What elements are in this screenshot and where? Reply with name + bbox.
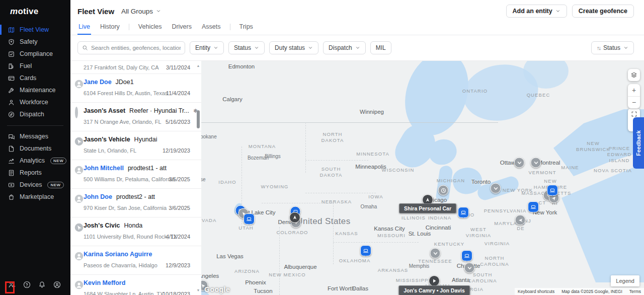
map-marker-dark-circle[interactable] (289, 212, 300, 223)
entity-address: 1101 University Blvd, Round Rock, TX (84, 234, 177, 240)
entity-name[interactable]: John Doe (84, 193, 112, 200)
list-scrollbar[interactable]: ▲ ▼ (196, 62, 201, 294)
map-label-los-angeles: Los Angeles (201, 272, 219, 279)
sidebar-item-dispatch[interactable]: Dispatch (0, 108, 70, 120)
map-marker-blue-pin[interactable] (458, 207, 469, 218)
filter-label: Dispatch (329, 44, 352, 51)
entity-date: 3/6/2025 (169, 205, 190, 211)
scroll-down-icon[interactable]: ▼ (196, 288, 201, 292)
sidebar-item-label: Marketplace (20, 193, 54, 200)
group-selector[interactable]: All Groups (121, 8, 161, 15)
map-marker-gray-circle[interactable] (531, 158, 541, 168)
tab-trips[interactable]: Trips (238, 22, 254, 35)
sidebar-item-reports[interactable]: Reports (0, 167, 70, 179)
map-layers-button[interactable] (628, 69, 640, 81)
vehicle-icon (74, 137, 84, 146)
devices-icon (8, 181, 15, 189)
map-marker-blue-pin[interactable] (547, 185, 558, 196)
sidebar-item-maintenance[interactable]: Maintenance (0, 84, 70, 96)
filter-status-button[interactable]: Status (228, 41, 265, 54)
map-marker-blue-pin[interactable] (528, 201, 539, 212)
sidebar-item-cards[interactable]: Cards (0, 72, 70, 84)
tab-assets[interactable]: Assets (201, 22, 222, 35)
entity-name[interactable]: Josh's Civic (84, 222, 120, 229)
map-label-country: United States (296, 216, 350, 227)
map-marker-gray-circle[interactable] (491, 183, 501, 194)
map-label-nevada: NEVADA (201, 217, 216, 224)
search-box[interactable] (77, 41, 185, 54)
list-item-jane-doe[interactable]: Jane DoeJDoe16104 Forest Hills Dr, Austi… (70, 74, 201, 103)
map-marker-blue-pin[interactable] (360, 245, 371, 256)
scrollbar-thumb[interactable] (197, 110, 200, 128)
list-item-jason-s-vehicle[interactable]: Jason's VehicleHyundaiState Ln, Orlando,… (70, 131, 201, 160)
map-marker-gray-circle[interactable] (514, 158, 525, 168)
sidebar: motive Fleet ViewSafetyComplianceFuelCar… (0, 0, 70, 295)
map-marker-blue-pin[interactable] (461, 250, 472, 261)
entity-subtitle: prodtest1 - att (128, 165, 167, 172)
entity-name[interactable]: Jason's Vehicle (84, 136, 130, 143)
create-geofence-button[interactable]: Create geofence (572, 5, 634, 18)
notifications-icon[interactable] (38, 280, 46, 289)
entity-name[interactable]: Jason's Asset (84, 107, 125, 114)
filter-dispatch-button[interactable]: Dispatch (323, 41, 366, 54)
sidebar-item-analytics[interactable]: AnalyticsNEW (0, 155, 70, 167)
sidebar-item-messages[interactable]: Messages (0, 130, 70, 142)
cards-icon (8, 75, 15, 82)
map-marker-blue-pin[interactable] (244, 213, 255, 225)
sort-button[interactable]: ↑↓ Status (591, 41, 634, 54)
feedback-tab[interactable]: Feedback (633, 117, 644, 169)
map-marker-dark-circle[interactable] (429, 275, 440, 286)
tab-vehicles[interactable]: Vehicles (137, 22, 163, 35)
documents-icon (8, 145, 15, 153)
legend-button[interactable]: Legend (611, 275, 639, 286)
keyboard-shortcuts-link[interactable]: Keyboard shortcuts (518, 289, 554, 294)
terms-link[interactable]: Terms (629, 289, 641, 294)
add-entity-button[interactable]: Add an entity (506, 5, 567, 18)
map-tooltip-label: Jon's Camry • Jon Davis (398, 285, 470, 295)
help-icon[interactable] (23, 280, 31, 289)
sidebar-item-compliance[interactable]: Compliance (0, 48, 70, 60)
sort-label: Status (603, 44, 620, 51)
entity-name[interactable]: Kevin Mefford (84, 279, 125, 286)
account-icon[interactable] (53, 280, 61, 289)
filter-mil-button[interactable]: MIL (370, 41, 391, 54)
sidebar-item-workforce[interactable]: Workforce (0, 96, 70, 108)
admin-settings-icon[interactable] (8, 280, 16, 289)
list-item-kevin-mefford[interactable]: Kevin Mefford1684 W Slaughter Ln, Austin… (70, 275, 201, 295)
map-marker-gray-circle[interactable] (438, 185, 449, 196)
entity-name[interactable]: Karina Soriano Aguirre (84, 251, 152, 258)
list-item-john-mitchell[interactable]: John Mitchellprodtest1 - att500 Williams… (70, 160, 201, 189)
sidebar-item-devices[interactable]: DevicesNEW (0, 179, 70, 191)
zoom-in-button[interactable]: + (628, 84, 640, 97)
entity-name[interactable]: Jane Doe (84, 79, 112, 86)
list-item-partial[interactable]: 217 Frankfort St, Daly City, CA 3/11/202… (70, 61, 201, 74)
map-label-fort-worth: Fort Worth (328, 285, 355, 292)
entity-name[interactable]: John Mitchell (84, 165, 124, 172)
map-label-north-carolina: NORTH CAROLINA (480, 255, 509, 267)
sidebar-item-fuel[interactable]: Fuel (0, 60, 70, 72)
map-label-west-virginia: WEST VIRGINIA (466, 227, 492, 239)
list-item-jason-s-asset[interactable]: Jason's AssetReefer · Hyundai Tr...❄317 … (70, 103, 201, 131)
map-canvas[interactable]: United StatesEdmontonCalgaryWinnipegSpok… (201, 61, 644, 295)
sidebar-item-fleet-view[interactable]: Fleet View (0, 24, 70, 36)
map-marker-gray-circle[interactable] (430, 248, 441, 259)
list-item-john-doe[interactable]: John Doeprodtest2 - att970 Kiser Dr, San… (70, 189, 201, 217)
sidebar-item-marketplace[interactable]: Marketplace (0, 191, 70, 203)
entity-date: 4/11/2024 (166, 234, 190, 240)
sidebar-item-documents[interactable]: Documents (0, 142, 70, 155)
map-label-albuquerque: Albuquerque (284, 263, 316, 270)
tab-history[interactable]: History (99, 22, 121, 35)
scroll-up-icon[interactable]: ▲ (196, 64, 201, 67)
sidebar-item-safety[interactable]: Safety (0, 36, 70, 48)
list-item-karina-soriano-aguirre[interactable]: Karina Soriano AguirrePaseos de Chavarrí… (70, 246, 201, 275)
filter-entity-button[interactable]: Entity (190, 41, 224, 54)
entity-date: 12/9/2023 (166, 262, 190, 268)
map-marker-gray-circle[interactable] (515, 215, 526, 226)
tab-live[interactable]: Live (77, 22, 91, 35)
filter-duty-status-button[interactable]: Duty status (269, 41, 318, 54)
search-input[interactable] (91, 45, 181, 51)
list-item-josh-s-civic[interactable]: Josh's CivicHonda1101 University Blvd, R… (70, 217, 201, 246)
zoom-out-button[interactable]: − (628, 97, 640, 109)
map-marker-gray-circle[interactable] (464, 263, 475, 273)
tab-drivers[interactable]: Drivers (171, 22, 193, 35)
